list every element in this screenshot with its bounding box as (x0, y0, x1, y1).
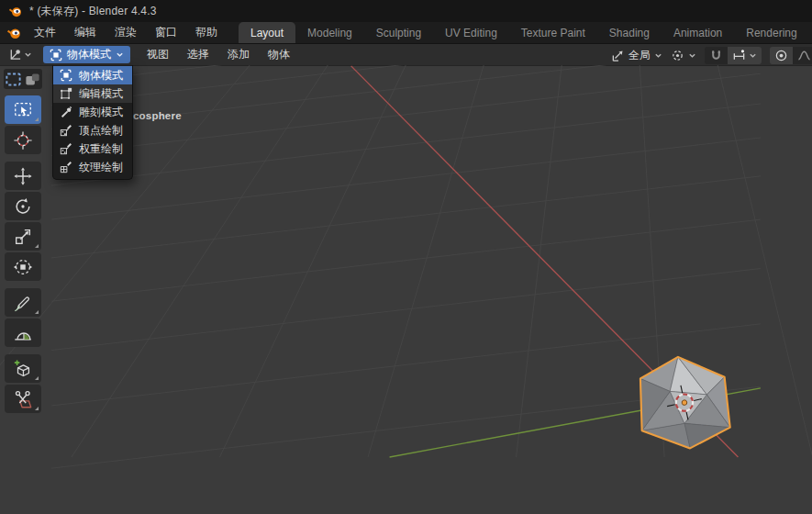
titlebar: * (未保存) - Blender 4.4.3 (0, 0, 812, 22)
mode-menu-item-label: 纹理绘制 (79, 160, 123, 175)
cursor-tool-button[interactable] (5, 126, 41, 154)
snap-settings-dropdown[interactable] (728, 47, 762, 64)
tool-settings-strip (4, 69, 42, 89)
mode-menu-item-5[interactable]: 权重绘制 (53, 140, 132, 158)
rotate-tool-button[interactable] (5, 192, 41, 220)
menu-5[interactable]: 帮助 (186, 22, 227, 43)
mode-menu-item-label: 权重绘制 (79, 141, 123, 157)
wpaint-icon (60, 142, 72, 155)
annotate-icon (13, 293, 33, 313)
chevron-down-icon (749, 51, 757, 60)
mode-menu-item-6[interactable]: 纹理绘制 (53, 158, 132, 176)
rotate-icon (13, 196, 33, 217)
blender-window: { "titlebar": { "title": "* (未保存) - Blen… (0, 0, 812, 514)
transform-orientation-dropdown[interactable]: 全局 (611, 48, 662, 63)
mode-dropdown-label: 物体模式 (67, 47, 111, 62)
menu-1[interactable]: 文件 (25, 22, 65, 43)
snap-toggle-button[interactable] (705, 47, 728, 64)
mode-menu-item-label: 物体模式 (79, 68, 123, 84)
falloff-dropdown[interactable] (793, 47, 812, 64)
selbox-icon (13, 100, 33, 120)
chevron-down-icon (688, 51, 696, 60)
chevron-down-icon (654, 51, 662, 60)
toolbar (4, 69, 42, 415)
orientation-axes-icon (611, 49, 625, 62)
app-menus: 文件编辑渲染窗口帮助 (25, 22, 227, 43)
menu-2[interactable]: 编辑 (65, 22, 106, 43)
vpaint-icon (60, 124, 72, 137)
transform-icon (13, 257, 33, 277)
proportional-edit-toggle[interactable] (770, 47, 793, 64)
mode-menu-item-1[interactable]: 物体模式 (53, 66, 132, 84)
menu-4[interactable]: 窗口 (146, 22, 186, 43)
measure-icon (13, 323, 33, 343)
3d-viewport[interactable]: cosphere 物体模式编辑模式雕刻模式顶点绘制权重绘制纹理绘制 (0, 65, 812, 514)
scale-tool-button[interactable] (5, 222, 41, 251)
cursor3d-icon (13, 130, 33, 151)
mode-dropdown-button[interactable]: 物体模式 (43, 46, 130, 63)
move-icon (13, 166, 33, 186)
sculpt-icon (60, 106, 72, 118)
workspace-tab-shading[interactable]: Shading (597, 22, 662, 43)
pivot-point-dropdown[interactable] (671, 49, 696, 62)
mode-menu-item-4[interactable]: 顶点绘制 (53, 121, 132, 140)
mode-menu-item-label: 顶点绘制 (79, 123, 123, 139)
orientation-label: 全局 (628, 48, 651, 63)
snap-increment-icon (732, 49, 746, 62)
objmode-icon (60, 69, 72, 82)
cut-icon (13, 389, 33, 409)
mode-menu-item-3[interactable]: 雕刻模式 (53, 103, 132, 121)
viewport-menu-2[interactable]: 选择 (178, 44, 218, 65)
mode-menu-item-2[interactable]: 编辑模式 (53, 84, 132, 103)
viewport-menu-1[interactable]: 视图 (138, 44, 178, 65)
viewport-menus: 视图选择添加物体 (138, 44, 299, 65)
workspace-tab-sculpting[interactable]: Sculpting (364, 22, 433, 43)
menu-3[interactable]: 渲染 (106, 22, 146, 43)
blender-menu-icon[interactable] (6, 26, 21, 40)
workspace-tabs: LayoutModelingSculptingUV EditingTexture… (239, 22, 812, 43)
annotate-tool-button[interactable] (5, 288, 41, 317)
blender-logo-icon (8, 5, 22, 18)
workspace-tab-animation[interactable]: Animation (662, 22, 734, 43)
editmode-icon (60, 87, 72, 100)
addcube-icon (13, 359, 33, 379)
snap-group (705, 47, 762, 64)
workspace-tab-uv-editing[interactable]: UV Editing (433, 22, 509, 43)
cut-tool-button[interactable] (5, 385, 41, 413)
mode-dropdown-menu: 物体模式编辑模式雕刻模式顶点绘制权重绘制纹理绘制 (52, 65, 133, 180)
magnet-icon (709, 49, 723, 62)
proportional-circle-icon (774, 49, 788, 62)
editor-type-button[interactable] (5, 46, 36, 63)
workspace-tab-compositing[interactable]: Compositing (809, 22, 812, 43)
editor-3d-viewport-icon (8, 48, 22, 61)
workspace-tab-modeling[interactable]: Modeling (295, 22, 364, 43)
object-mode-icon (50, 49, 62, 61)
viewport-header-controls: 全局 (611, 44, 812, 66)
window-title: * (未保存) - Blender 4.4.3 (29, 4, 157, 19)
transform-tool-button[interactable] (5, 252, 41, 281)
workspace-tab-layout[interactable]: Layout (239, 22, 295, 43)
move-tool-button[interactable] (5, 162, 41, 190)
mode-menu-item-label: 雕刻模式 (79, 105, 123, 120)
select-box-mini-icon[interactable] (5, 71, 22, 88)
tpaint-icon (60, 161, 72, 173)
viewport-menu-4[interactable]: 物体 (259, 44, 299, 65)
workspace-tab-texture-paint[interactable]: Texture Paint (509, 22, 597, 43)
proportional-edit-group (770, 47, 812, 64)
chevron-down-icon (24, 50, 32, 59)
chevron-down-icon (116, 50, 124, 59)
pivot-point-icon (671, 49, 684, 62)
fallback-tool-mini-icon[interactable] (24, 71, 41, 88)
add-cube-tool-button[interactable] (5, 354, 41, 383)
top-menubar: 文件编辑渲染窗口帮助 LayoutModelingSculptingUV Edi… (0, 22, 812, 44)
measure-tool-button[interactable] (5, 318, 41, 347)
object-name-overlay: cosphere (133, 110, 182, 121)
mode-menu-item-label: 编辑模式 (79, 86, 123, 102)
scale-icon (13, 227, 33, 247)
viewport-menu-3[interactable]: 添加 (218, 44, 259, 65)
workspace-tab-rendering[interactable]: Rendering (734, 22, 808, 43)
select-box-tool-button[interactable] (5, 95, 41, 124)
falloff-curve-icon (797, 49, 811, 62)
viewport-header: 物体模式 视图选择添加物体 全局 (0, 44, 812, 66)
